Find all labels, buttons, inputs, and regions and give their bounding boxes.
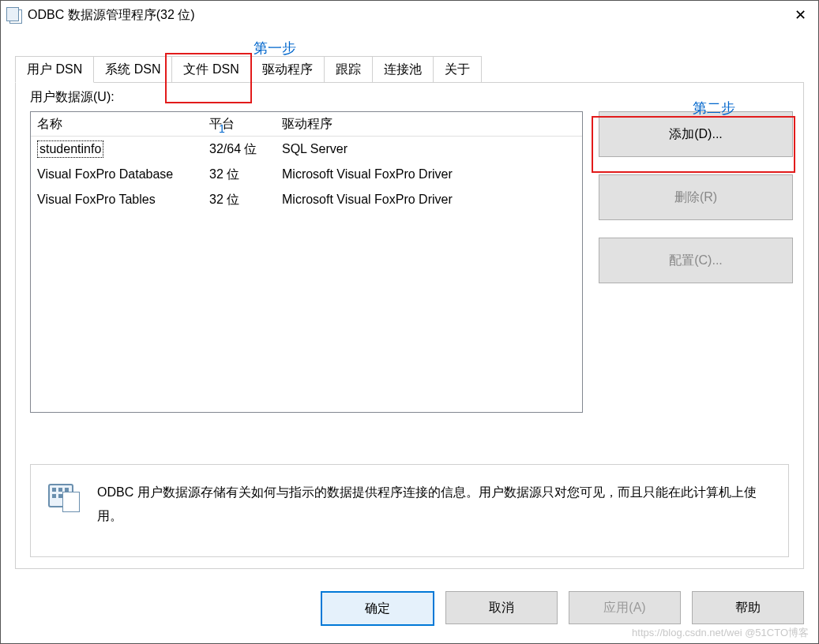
tab-user-dsn[interactable]: 用户 DSN (15, 56, 94, 83)
row-driver: SQL Server (282, 142, 582, 156)
help-button[interactable]: 帮助 (692, 591, 804, 624)
client-area: 用户 DSN 系统 DSN 文件 DSN 驱动程序 跟踪 连接池 关于 用户数据… (1, 29, 818, 643)
cancel-button[interactable]: 取消 (445, 591, 558, 624)
apply-button[interactable]: 应用(A) (569, 591, 681, 624)
datasource-label: 用户数据源(U): (30, 89, 115, 106)
close-button[interactable]: ✕ (782, 1, 818, 29)
tab-pooling[interactable]: 连接池 (372, 56, 434, 83)
app-icon (6, 7, 21, 23)
col-header-driver[interactable]: 驱动程序 (282, 116, 582, 133)
tab-tracing[interactable]: 跟踪 (324, 56, 373, 83)
tab-file-dsn[interactable]: 文件 DSN (171, 56, 250, 83)
remove-button[interactable]: 删除(R) (599, 174, 793, 220)
col-header-name[interactable]: 名称 (37, 116, 209, 133)
tab-drivers[interactable]: 驱动程序 (250, 56, 325, 83)
list-row[interactable]: Visual FoxPro Database 32 位 Microsoft Vi… (31, 162, 582, 187)
row-driver: Microsoft Visual FoxPro Driver (282, 193, 582, 207)
configure-button[interactable]: 配置(C)... (599, 238, 793, 283)
tab-system-dsn[interactable]: 系统 DSN (93, 56, 172, 83)
list-header: 名称 平台 驱动程序 (31, 112, 582, 137)
datasource-list[interactable]: 名称 平台 驱动程序 studentinfo 32/64 位 SQL Serve… (30, 111, 583, 413)
add-button[interactable]: 添加(D)... (599, 111, 793, 157)
titlebar: ODBC 数据源管理程序(32 位) ✕ (1, 1, 818, 30)
row-platform: 32 位 (209, 167, 282, 183)
info-icon (48, 481, 80, 512)
row-name: studentinfo (37, 140, 103, 158)
tab-about[interactable]: 关于 (433, 56, 482, 83)
list-row[interactable]: Visual FoxPro Tables 32 位 Microsoft Visu… (31, 187, 582, 212)
info-panel: ODBC 用户数据源存储有关如何与指示的数据提供程序连接的信息。用户数据源只对您… (30, 464, 789, 557)
tab-strip: 用户 DSN 系统 DSN 文件 DSN 驱动程序 跟踪 连接池 关于 (15, 56, 481, 83)
row-platform: 32/64 位 (209, 141, 282, 158)
odbc-window: ODBC 数据源管理程序(32 位) ✕ 用户 DSN 系统 DSN 文件 DS… (0, 0, 819, 644)
window-title: ODBC 数据源管理程序(32 位) (28, 7, 195, 24)
tab-body: 用户数据源(U): 名称 平台 驱动程序 studentinfo 32/64 位… (15, 82, 804, 569)
ok-button[interactable]: 确定 (321, 591, 434, 626)
list-row[interactable]: studentinfo 32/64 位 SQL Server (31, 137, 582, 162)
annotation-step1-label: 第一步 (254, 39, 296, 58)
dialog-buttons: 确定 取消 应用(A) 帮助 (321, 591, 804, 626)
side-buttons: 添加(D)... 删除(R) 配置(C)... (599, 111, 793, 283)
row-driver: Microsoft Visual FoxPro Driver (282, 167, 582, 182)
col-header-platform[interactable]: 平台 (209, 116, 282, 133)
info-text: ODBC 用户数据源存储有关如何与指示的数据提供程序连接的信息。用户数据源只对您… (97, 481, 771, 528)
row-platform: 32 位 (209, 192, 282, 208)
watermark: https://blog.csdn.net/wei @51CTO博客 (632, 626, 809, 640)
row-name: Visual FoxPro Tables (37, 193, 209, 207)
row-name: Visual FoxPro Database (37, 167, 209, 182)
